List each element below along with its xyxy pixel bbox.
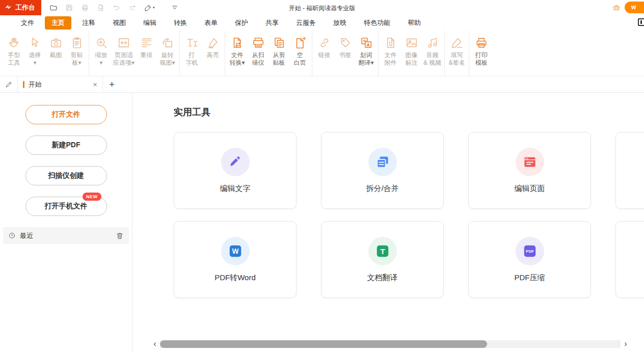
split-merge-icon: [368, 148, 397, 176]
basket-icon[interactable]: [612, 4, 621, 12]
side-panel-icon[interactable]: [638, 18, 644, 26]
print-template-icon: [475, 36, 488, 50]
zoom-icon: [95, 36, 108, 50]
scrollbar-thumb[interactable]: [160, 340, 487, 348]
scrollbar-track[interactable]: [160, 340, 621, 348]
customize-toolbar-icon[interactable]: [171, 4, 179, 12]
undo-icon[interactable]: [113, 4, 121, 12]
menu-item-view[interactable]: 视图: [106, 16, 132, 30]
page-fit-icon: [117, 36, 130, 50]
new-tab-button[interactable]: +: [109, 79, 115, 89]
menu-item-cloud[interactable]: 云服务: [289, 16, 323, 30]
ribbon-group-annotate: 打 字机 高亮: [179, 31, 225, 76]
ribbon-group-create: 文件 转换▾ 从扫 描仪 从剪 贴板 空 白页: [225, 31, 312, 76]
menu-item-home[interactable]: 主页: [45, 16, 71, 30]
export-icon[interactable]: [97, 4, 105, 12]
tool-cards-grid: 编辑文字 拆分/合并 编辑页面 PDF转Word: [174, 132, 644, 298]
open-mobile-files-label: 打开手机文件: [45, 202, 88, 210]
menu-item-slideshow[interactable]: 放映: [327, 16, 353, 30]
tabbar: 开始 × +: [0, 76, 644, 93]
ribbon-item-hand-tool[interactable]: 手型 工具: [4, 36, 24, 76]
clock-icon: [8, 232, 16, 239]
ribbon-item-snapshot[interactable]: 截图: [45, 36, 66, 76]
foxit-logo-icon: [4, 4, 12, 12]
menu-item-edit[interactable]: 编辑: [137, 16, 163, 30]
ribbon-item-reflow[interactable]: 重排: [136, 36, 157, 76]
print-icon[interactable]: [81, 4, 89, 12]
ribbon-item-blank-page[interactable]: 空 白页: [289, 36, 310, 76]
card-doc-translate[interactable]: 文档翻译: [321, 221, 444, 298]
ribbon-item-file-attach[interactable]: 文件 附件: [380, 36, 401, 76]
open-file-button[interactable]: 打开文件: [25, 105, 107, 124]
pdf-to-word-icon: [221, 237, 250, 265]
menu-item-comment[interactable]: 注释: [75, 16, 102, 30]
save-icon[interactable]: [65, 4, 73, 12]
scroll-left-icon[interactable]: ‹: [151, 340, 159, 348]
ribbon-item-select[interactable]: 选择 ▾: [24, 36, 45, 76]
new-pdf-button[interactable]: 新建PDF: [25, 136, 107, 155]
card-edit-text[interactable]: 编辑文字: [174, 132, 297, 209]
horizontal-scrollbar: ‹ ›: [151, 340, 630, 348]
open-file-icon[interactable]: [49, 4, 58, 12]
ribbon-item-rotate-view[interactable]: 旋转 视图▾: [157, 36, 178, 76]
image-annotation-icon: [405, 36, 418, 50]
card-pdf-to-word[interactable]: PDF转Word: [174, 221, 297, 298]
ribbon-item-fill-sign[interactable]: 填写 &签名: [446, 36, 467, 76]
card-pdf-compress[interactable]: PDF压缩: [468, 221, 591, 298]
ribbon-item-link[interactable]: 链接: [314, 36, 335, 76]
recent-section[interactable]: 最近: [3, 227, 129, 244]
sidebar: 打开文件 新建PDF 扫描仪创建 打开手机文件 NEW 最近: [0, 93, 132, 352]
doc-translate-icon: [368, 237, 397, 265]
ribbon-group-view: 缩放 ▾ 页面适 应选项▾ 重排 旋转 视图▾: [89, 31, 179, 76]
ribbon-item-word-translate[interactable]: 划词 翻译▾: [356, 36, 377, 76]
tab-close-icon[interactable]: ×: [93, 80, 97, 88]
hand-icon: [8, 36, 21, 50]
ribbon-group-insert: 链接 书签 划词 翻译▾: [312, 31, 378, 76]
tool-card-partial[interactable]: [615, 132, 644, 209]
open-mobile-files-button[interactable]: 打开手机文件 NEW: [25, 197, 107, 216]
menu-item-protect[interactable]: 保护: [228, 16, 255, 30]
workspace-button[interactable]: 工作台: [0, 0, 41, 15]
ribbon-item-highlight[interactable]: 高亮: [202, 36, 223, 76]
card-split-merge[interactable]: 拆分/合并: [321, 132, 444, 209]
from-scanner-icon: [252, 36, 265, 50]
audio-video-icon: [426, 36, 439, 50]
menu-item-form[interactable]: 表单: [198, 16, 224, 30]
ribbon-item-from-clipboard[interactable]: 从剪 贴板: [269, 36, 289, 76]
scroll-right-icon[interactable]: ›: [622, 340, 630, 348]
redo-icon[interactable]: [128, 4, 137, 12]
ribbon-item-from-scanner[interactable]: 从扫 描仪: [248, 36, 269, 76]
caret-down-icon: ▾: [153, 6, 155, 10]
tool-card-partial[interactable]: [615, 221, 644, 298]
scanner-create-button[interactable]: 扫描仪创建: [25, 166, 107, 185]
ribbon-item-page-fit[interactable]: 页面适 应选项▾: [112, 36, 136, 76]
trash-icon[interactable]: [116, 232, 124, 240]
word-translate-icon: [360, 36, 373, 50]
pen-tools-icon[interactable]: ▾: [144, 4, 155, 12]
pencil-icon[interactable]: [0, 80, 17, 88]
section-title: 实用工具: [174, 106, 210, 118]
rotate-view-icon: [161, 36, 174, 50]
menu-item-convert[interactable]: 转换: [167, 16, 194, 30]
main-panel: 实用工具 编辑文字 拆分/合并 编辑页面: [132, 93, 644, 352]
menu-item-file[interactable]: 文件: [14, 16, 41, 30]
edit-page-icon: [516, 148, 544, 176]
titlebar: 工作台 ▾ 开始 - 福昕阅读器专业版 w: [0, 0, 644, 15]
ribbon-item-image-annotation[interactable]: 图像 标注: [401, 36, 422, 76]
menu-item-share[interactable]: 共享: [259, 16, 285, 30]
card-edit-page[interactable]: 编辑页面: [468, 132, 591, 209]
ribbon-item-print-template[interactable]: 打印 模板: [471, 36, 492, 76]
ribbon-item-typewriter[interactable]: 打 字机: [181, 36, 202, 76]
menu-item-help[interactable]: 帮助: [401, 16, 427, 30]
ribbon-item-zoom[interactable]: 缩放 ▾: [91, 36, 112, 76]
ribbon-group-tools: 手型 工具 选择 ▾ 截图 剪贴 板▾: [2, 31, 89, 76]
ribbon-item-file-convert[interactable]: 文件 转换▾: [227, 36, 248, 76]
fill-sign-icon: [450, 36, 464, 50]
ribbon-item-clipboard[interactable]: 剪贴 板▾: [66, 36, 87, 76]
clipboard-icon: [70, 36, 84, 50]
tab-start[interactable]: 开始 ×: [17, 76, 103, 92]
ribbon-item-audio-video[interactable]: 音频 & 视频: [422, 36, 443, 76]
ribbon-item-bookmark[interactable]: 书签: [335, 36, 356, 76]
upgrade-button[interactable]: w: [625, 2, 644, 13]
menu-item-features[interactable]: 特色功能: [357, 16, 397, 30]
